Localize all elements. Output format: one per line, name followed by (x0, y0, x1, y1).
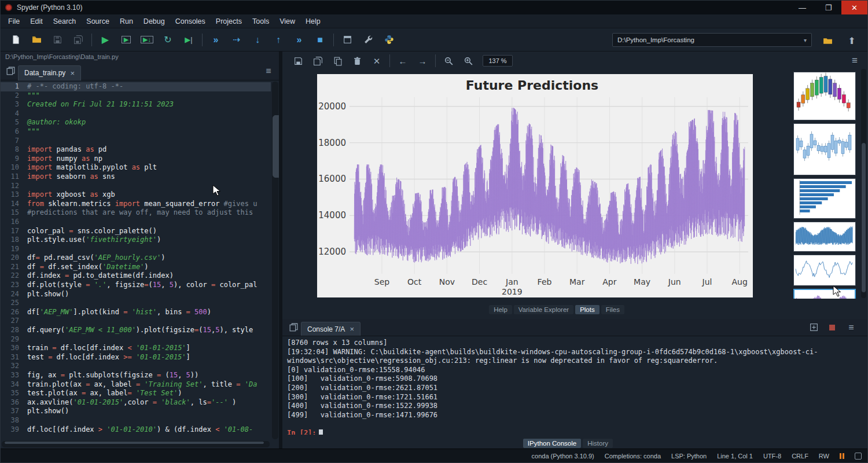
zoom-level-input[interactable]: 137 % (483, 55, 513, 67)
editor-options-menu-icon[interactable]: ≡ (260, 66, 277, 76)
stop-debug-button[interactable]: ■ (310, 31, 330, 49)
svg-text:Jul: Jul (702, 277, 712, 286)
console-output[interactable]: [8760 rows x 13 columns][19:32:04] WARNI… (287, 339, 863, 435)
svg-text:May: May (634, 277, 650, 286)
menu-help[interactable]: Help (300, 14, 326, 28)
pane-tab-variable-explorer[interactable]: Variable Explorer (514, 305, 573, 314)
run-file-button[interactable]: ▶ (95, 31, 116, 49)
console-tabbar: Console 7/A × ≡ (282, 319, 867, 336)
open-file-button[interactable] (26, 31, 47, 49)
editor-vertical-scrollbar[interactable] (272, 82, 278, 439)
new-console-icon[interactable] (806, 321, 821, 335)
plot-thumbnail-6[interactable] (793, 289, 856, 299)
run-current-line-button[interactable]: ⇢ (226, 31, 247, 49)
console-tab-ipython-console[interactable]: IPython Console (523, 439, 581, 448)
pause-status-icon[interactable] (840, 453, 844, 459)
step-return-button[interactable]: ↑ (268, 31, 289, 49)
thumbnails-scrollbar[interactable] (861, 69, 866, 298)
editor-horizontal-scrollbar[interactable] (2, 441, 270, 447)
spyder-logo-icon (5, 4, 12, 11)
status-rw: RW (819, 453, 829, 460)
zoom-out-button[interactable] (439, 54, 458, 68)
code-line: 10import matplotlib.pyplot as plt (1, 163, 271, 172)
remove-plot-button[interactable] (347, 54, 367, 68)
code-line: 13import xgboost as xgb (1, 190, 271, 200)
tools-wrench-button[interactable] (358, 31, 378, 49)
plot-figure[interactable]: SepOctNovDecJanFebMarAprMayJunJulAug1200… (317, 74, 753, 297)
run-cell-button[interactable]: ▶ (116, 31, 137, 49)
python-env-button[interactable] (378, 31, 399, 49)
console-pane-tabs: IPython ConsoleHistory (523, 439, 613, 448)
console-line: [499] validation_0-rmse:1471.99676 (287, 411, 863, 420)
editor-breadcrumb: D:\Python_Imp\Forcasting\Data_train.py (1, 52, 279, 62)
zoom-in-button[interactable] (458, 54, 478, 68)
run-cell-advance-button[interactable]: ▶↓ (137, 31, 157, 49)
code-line: 33fig, ax = plt.subplots(figsize = (15, … (1, 371, 271, 380)
code-line: 1# -*- coding: utf-8 -*- (1, 82, 271, 91)
plot-thumbnail-2[interactable] (793, 123, 856, 175)
code-line: 7 (1, 137, 271, 146)
debug-file-button[interactable]: » (205, 31, 226, 49)
plot-thumbnail-5[interactable] (793, 255, 856, 286)
step-into-button[interactable]: ↓ (247, 31, 268, 49)
code-line: 26df['AEP_MW'].plot(kind = 'hist', bins … (1, 308, 271, 317)
plot-thumbnail-3[interactable] (793, 178, 856, 219)
browse-console-tabs-icon[interactable] (286, 321, 301, 335)
pane-tab-files[interactable]: Files (601, 305, 624, 314)
parent-directory-button[interactable]: ⬆ (842, 33, 862, 48)
maximize-button[interactable]: ❐ (815, 1, 841, 14)
plot-thumbnail-4[interactable] (793, 222, 856, 252)
console-tab[interactable]: Console 7/A × (301, 322, 361, 336)
menu-file[interactable]: File (3, 14, 25, 28)
menu-run[interactable]: Run (115, 14, 138, 28)
pane-tab-help[interactable]: Help (489, 305, 512, 314)
console-line (287, 420, 863, 429)
menu-projects[interactable]: Projects (211, 14, 247, 28)
copy-plot-button[interactable] (328, 54, 347, 68)
menu-edit[interactable]: Edit (25, 14, 48, 28)
console-line: [200] validation_0-rmse:2621.87051 (287, 384, 863, 393)
code-line: 5@author: okokp (1, 118, 271, 127)
console-options-menu-icon[interactable]: ≡ (843, 322, 859, 333)
save-button[interactable] (47, 31, 68, 49)
code-line: 32 (1, 362, 271, 371)
new-file-button[interactable] (5, 31, 26, 49)
maximize-pane-button[interactable] (337, 31, 358, 49)
window-title: Spyder (Python 3.10) (17, 3, 82, 12)
status-utf-8: UTF-8 (763, 453, 781, 460)
browse-directory-button[interactable] (818, 33, 837, 48)
menu-view[interactable]: View (274, 14, 300, 28)
menu-source[interactable]: Source (81, 14, 115, 28)
console-line: [19:32:04] WARNING: C:\buildkite-agent\b… (287, 348, 863, 357)
save-plot-button[interactable] (288, 54, 308, 68)
menu-search[interactable]: Search (48, 14, 82, 28)
console-tab-close-icon[interactable]: × (350, 325, 354, 333)
code-line: 9import numpy as np (1, 155, 271, 164)
svg-text:Sep: Sep (374, 277, 390, 286)
close-all-plots-button[interactable]: ✕ (367, 54, 387, 68)
code-editor[interactable]: 1# -*- coding: utf-8 -*-2"""3Created on … (1, 80, 271, 440)
menu-tools[interactable]: Tools (247, 14, 274, 28)
console-tab-label: Console 7/A (307, 325, 345, 333)
plot-thumbnail-1[interactable] (793, 72, 856, 120)
menu-debug[interactable]: Debug (138, 14, 170, 28)
plots-options-menu-icon[interactable]: ≡ (847, 55, 863, 67)
editor-tab-data-train[interactable]: Data_train.py × (18, 65, 81, 80)
save-all-button[interactable] (68, 31, 89, 49)
code-line: 19 (1, 245, 271, 254)
menu-consoles[interactable]: Consoles (170, 14, 211, 28)
run-selection-button[interactable]: ▶| (178, 31, 199, 49)
next-plot-button[interactable]: → (413, 54, 432, 68)
previous-plot-button[interactable]: ← (393, 54, 413, 68)
console-tab-history[interactable]: History (583, 439, 613, 448)
continue-button[interactable]: » (289, 31, 310, 49)
browse-tabs-icon[interactable] (3, 64, 18, 78)
working-directory-selector[interactable]: D:\Python_Imp\Forcasting ▾ (612, 33, 812, 47)
close-button[interactable]: ✕ (841, 1, 867, 14)
rerun-cell-button[interactable]: ↻ (157, 31, 178, 49)
pane-tab-plots[interactable]: Plots (575, 305, 599, 314)
interrupt-kernel-icon[interactable] (829, 325, 835, 330)
minimize-button[interactable]: — (789, 1, 815, 14)
save-all-plots-button[interactable] (308, 54, 328, 68)
tab-close-icon[interactable]: × (70, 69, 75, 77)
